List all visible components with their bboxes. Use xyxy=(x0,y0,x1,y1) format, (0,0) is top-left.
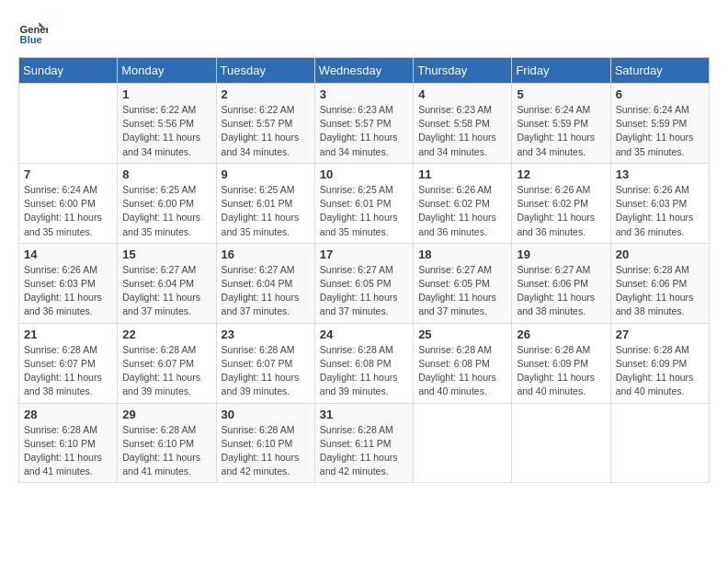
day-number: 1 xyxy=(122,87,210,101)
day-number: 10 xyxy=(320,167,408,181)
day-info: Sunrise: 6:28 AM Sunset: 6:09 PM Dayligh… xyxy=(517,343,605,399)
logo: General Blue xyxy=(18,18,48,48)
day-info: Sunrise: 6:28 AM Sunset: 6:10 PM Dayligh… xyxy=(122,423,210,479)
calendar-cell: 18Sunrise: 6:27 AM Sunset: 6:05 PM Dayli… xyxy=(414,243,512,323)
day-number: 3 xyxy=(320,87,408,101)
day-info: Sunrise: 6:27 AM Sunset: 6:05 PM Dayligh… xyxy=(320,263,408,319)
logo-icon: General Blue xyxy=(18,18,48,48)
day-info: Sunrise: 6:22 AM Sunset: 5:57 PM Dayligh… xyxy=(222,103,310,159)
day-number: 6 xyxy=(616,87,704,101)
day-info: Sunrise: 6:27 AM Sunset: 6:04 PM Dayligh… xyxy=(222,263,310,319)
day-number: 26 xyxy=(517,327,605,341)
day-number: 29 xyxy=(122,408,210,421)
calendar-cell: 28Sunrise: 6:28 AM Sunset: 6:10 PM Dayli… xyxy=(19,403,118,483)
day-info: Sunrise: 6:25 AM Sunset: 6:01 PM Dayligh… xyxy=(320,183,408,239)
day-number: 24 xyxy=(320,327,408,341)
day-info: Sunrise: 6:28 AM Sunset: 6:07 PM Dayligh… xyxy=(24,343,112,399)
day-number: 4 xyxy=(418,87,506,101)
calendar-cell: 26Sunrise: 6:28 AM Sunset: 6:09 PM Dayli… xyxy=(512,323,610,403)
calendar-cell: 19Sunrise: 6:27 AM Sunset: 6:06 PM Dayli… xyxy=(512,243,610,323)
day-info: Sunrise: 6:26 AM Sunset: 6:03 PM Dayligh… xyxy=(24,263,112,319)
calendar-cell: 10Sunrise: 6:25 AM Sunset: 6:01 PM Dayli… xyxy=(314,163,413,243)
calendar-cell: 11Sunrise: 6:26 AM Sunset: 6:02 PM Dayli… xyxy=(414,163,512,243)
day-info: Sunrise: 6:28 AM Sunset: 6:06 PM Dayligh… xyxy=(616,263,704,319)
day-number: 21 xyxy=(24,327,112,341)
day-info: Sunrise: 6:22 AM Sunset: 5:56 PM Dayligh… xyxy=(122,103,210,159)
calendar-cell: 24Sunrise: 6:28 AM Sunset: 6:08 PM Dayli… xyxy=(314,323,413,403)
day-number: 17 xyxy=(320,247,408,261)
day-number: 18 xyxy=(418,247,506,261)
day-info: Sunrise: 6:28 AM Sunset: 6:07 PM Dayligh… xyxy=(122,343,210,399)
calendar-cell: 29Sunrise: 6:28 AM Sunset: 6:10 PM Dayli… xyxy=(118,403,216,483)
day-number: 7 xyxy=(24,167,112,181)
calendar-cell: 8Sunrise: 6:25 AM Sunset: 6:00 PM Daylig… xyxy=(118,163,216,243)
day-number: 13 xyxy=(616,167,704,181)
day-info: Sunrise: 6:27 AM Sunset: 6:06 PM Dayligh… xyxy=(517,263,605,319)
day-info: Sunrise: 6:24 AM Sunset: 5:59 PM Dayligh… xyxy=(517,103,605,159)
day-info: Sunrise: 6:25 AM Sunset: 6:00 PM Dayligh… xyxy=(122,183,210,239)
page-header: General Blue xyxy=(18,18,710,48)
day-number: 8 xyxy=(122,167,210,181)
day-header-monday: Monday xyxy=(118,58,216,84)
calendar-cell: 6Sunrise: 6:24 AM Sunset: 5:59 PM Daylig… xyxy=(610,84,709,164)
day-number: 15 xyxy=(122,247,210,261)
svg-text:General: General xyxy=(20,24,48,35)
day-number: 14 xyxy=(24,247,112,261)
day-info: Sunrise: 6:23 AM Sunset: 5:58 PM Dayligh… xyxy=(418,103,506,159)
calendar-cell xyxy=(512,403,610,483)
calendar-cell xyxy=(414,403,512,483)
day-info: Sunrise: 6:25 AM Sunset: 6:01 PM Dayligh… xyxy=(222,183,310,239)
calendar-cell: 12Sunrise: 6:26 AM Sunset: 6:02 PM Dayli… xyxy=(512,163,610,243)
day-info: Sunrise: 6:24 AM Sunset: 5:59 PM Dayligh… xyxy=(616,103,704,159)
day-header-wednesday: Wednesday xyxy=(314,58,413,84)
day-info: Sunrise: 6:27 AM Sunset: 6:04 PM Dayligh… xyxy=(122,263,210,319)
day-info: Sunrise: 6:27 AM Sunset: 6:05 PM Dayligh… xyxy=(418,263,506,319)
calendar-cell xyxy=(19,84,118,164)
calendar-cell xyxy=(610,403,709,483)
day-number: 20 xyxy=(616,247,704,261)
calendar-cell: 4Sunrise: 6:23 AM Sunset: 5:58 PM Daylig… xyxy=(414,84,512,164)
calendar-table: SundayMondayTuesdayWednesdayThursdayFrid… xyxy=(18,57,710,483)
calendar-cell: 9Sunrise: 6:25 AM Sunset: 6:01 PM Daylig… xyxy=(216,163,314,243)
day-info: Sunrise: 6:28 AM Sunset: 6:09 PM Dayligh… xyxy=(616,343,704,399)
day-number: 12 xyxy=(517,167,605,181)
day-number: 27 xyxy=(616,327,704,341)
day-info: Sunrise: 6:28 AM Sunset: 6:08 PM Dayligh… xyxy=(418,343,506,399)
day-number: 11 xyxy=(418,167,506,181)
calendar-cell: 22Sunrise: 6:28 AM Sunset: 6:07 PM Dayli… xyxy=(118,323,216,403)
day-number: 28 xyxy=(24,408,112,421)
svg-text:Blue: Blue xyxy=(20,34,42,45)
calendar-cell: 21Sunrise: 6:28 AM Sunset: 6:07 PM Dayli… xyxy=(19,323,118,403)
day-number: 9 xyxy=(222,167,310,181)
calendar-cell: 30Sunrise: 6:28 AM Sunset: 6:10 PM Dayli… xyxy=(216,403,314,483)
calendar-cell: 27Sunrise: 6:28 AM Sunset: 6:09 PM Dayli… xyxy=(610,323,709,403)
day-info: Sunrise: 6:26 AM Sunset: 6:02 PM Dayligh… xyxy=(517,183,605,239)
day-info: Sunrise: 6:28 AM Sunset: 6:07 PM Dayligh… xyxy=(222,343,310,399)
day-info: Sunrise: 6:28 AM Sunset: 6:11 PM Dayligh… xyxy=(320,423,408,479)
calendar-cell: 17Sunrise: 6:27 AM Sunset: 6:05 PM Dayli… xyxy=(314,243,413,323)
day-info: Sunrise: 6:28 AM Sunset: 6:08 PM Dayligh… xyxy=(320,343,408,399)
calendar-cell: 7Sunrise: 6:24 AM Sunset: 6:00 PM Daylig… xyxy=(19,163,118,243)
calendar-cell: 14Sunrise: 6:26 AM Sunset: 6:03 PM Dayli… xyxy=(19,243,118,323)
day-number: 5 xyxy=(517,87,605,101)
calendar-cell: 23Sunrise: 6:28 AM Sunset: 6:07 PM Dayli… xyxy=(216,323,314,403)
day-header-sunday: Sunday xyxy=(19,58,118,84)
calendar-cell: 3Sunrise: 6:23 AM Sunset: 5:57 PM Daylig… xyxy=(314,84,413,164)
day-header-thursday: Thursday xyxy=(414,58,512,84)
calendar-cell: 25Sunrise: 6:28 AM Sunset: 6:08 PM Dayli… xyxy=(414,323,512,403)
day-info: Sunrise: 6:24 AM Sunset: 6:00 PM Dayligh… xyxy=(24,183,112,239)
day-number: 23 xyxy=(222,327,310,341)
day-number: 16 xyxy=(222,247,310,261)
calendar-cell: 1Sunrise: 6:22 AM Sunset: 5:56 PM Daylig… xyxy=(118,84,216,164)
day-number: 25 xyxy=(418,327,506,341)
day-number: 22 xyxy=(122,327,210,341)
calendar-cell: 31Sunrise: 6:28 AM Sunset: 6:11 PM Dayli… xyxy=(314,403,413,483)
day-number: 30 xyxy=(222,408,310,421)
day-number: 31 xyxy=(320,408,408,421)
calendar-cell: 20Sunrise: 6:28 AM Sunset: 6:06 PM Dayli… xyxy=(610,243,709,323)
day-info: Sunrise: 6:28 AM Sunset: 6:10 PM Dayligh… xyxy=(222,423,310,479)
day-header-saturday: Saturday xyxy=(610,58,709,84)
calendar-cell: 5Sunrise: 6:24 AM Sunset: 5:59 PM Daylig… xyxy=(512,84,610,164)
calendar-cell: 2Sunrise: 6:22 AM Sunset: 5:57 PM Daylig… xyxy=(216,84,314,164)
day-number: 19 xyxy=(517,247,605,261)
